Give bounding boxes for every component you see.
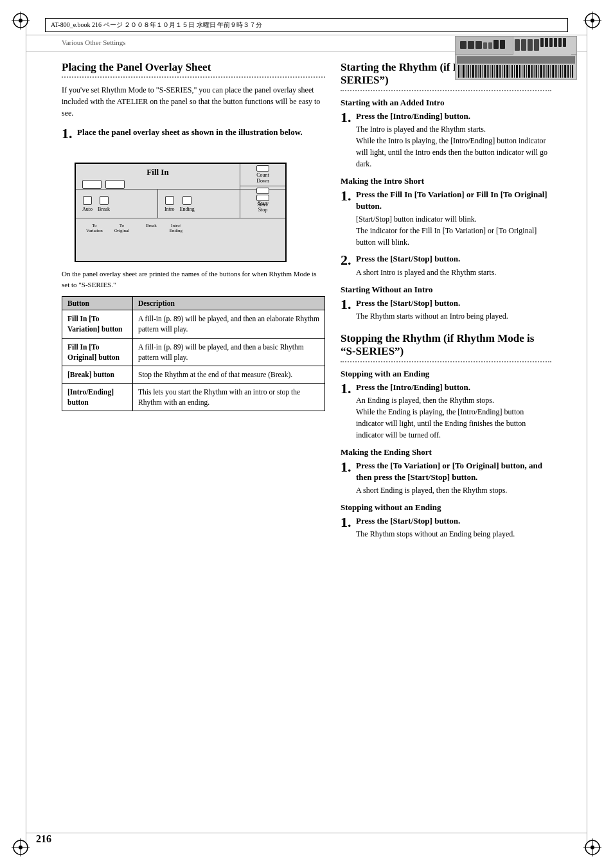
to-original-label: ToOriginal (114, 223, 129, 234)
svg-rect-69 (534, 65, 535, 78)
svg-rect-49 (484, 65, 486, 78)
left-intro: If you've set Rhythm Mode to "S-SERIES,"… (62, 84, 325, 119)
table-row: Fill In [To Variation] buttonA fill-in (… (62, 310, 325, 338)
svg-rect-72 (540, 65, 542, 78)
svg-rect-37 (457, 56, 575, 64)
svg-rect-51 (490, 65, 490, 78)
right-step-2-1-title: Press the Fill In [To Variation] or Fill… (356, 189, 551, 212)
right-step-5-1-body: A short Ending is played, then the Rhyth… (356, 484, 551, 496)
right-step-2-2-title: Press the [Start/Stop] button. (356, 253, 551, 265)
svg-rect-18 (468, 41, 474, 49)
svg-rect-48 (483, 65, 483, 78)
svg-rect-19 (475, 41, 482, 49)
intro-ending-label: Intro/Ending (170, 223, 182, 234)
right-step-3-1-title: Press the [Start/Stop] button. (356, 297, 551, 309)
svg-rect-56 (502, 65, 502, 78)
svg-rect-83 (567, 65, 569, 78)
strip-left (456, 37, 513, 54)
svg-rect-76 (550, 65, 551, 78)
svg-rect-80 (560, 65, 561, 78)
right-step-5-1-title: Press the [To Variation] or [To Original… (356, 460, 551, 483)
break-label: Break (146, 223, 157, 234)
count-down-label: CountDown (256, 173, 269, 184)
svg-rect-27 (528, 39, 533, 51)
step-1-title: Place the panel overlay sheet as shown i… (77, 127, 325, 138)
svg-rect-46 (478, 65, 479, 78)
svg-rect-29 (540, 38, 544, 47)
sub-heading-3: Starting Without an Intro (341, 285, 551, 295)
table-cell-desc-0: A fill-in (p. 89) will be played, and th… (133, 310, 325, 338)
svg-rect-66 (526, 65, 527, 78)
svg-rect-34 (563, 38, 566, 47)
step-1: 1. Place the panel overlay sheet as show… (62, 127, 325, 141)
svg-rect-41 (466, 65, 466, 78)
svg-rect-42 (468, 65, 469, 78)
svg-rect-75 (547, 65, 549, 78)
svg-rect-31 (549, 38, 553, 47)
intro-label: Intro (164, 206, 175, 212)
svg-rect-47 (480, 65, 481, 78)
svg-rect-71 (538, 65, 539, 78)
to-variation-label: ToVariation (86, 223, 103, 234)
strip-right (513, 37, 576, 54)
svg-rect-85 (572, 65, 573, 78)
svg-rect-73 (544, 65, 545, 78)
svg-rect-32 (554, 38, 557, 47)
right-step-2-2: 2. Press the [Start/Stop] button. A shor… (341, 253, 551, 278)
svg-rect-77 (552, 65, 554, 78)
svg-rect-39 (461, 65, 461, 78)
fill-in-label: Fill In (76, 164, 240, 177)
svg-rect-38 (458, 65, 459, 78)
table-cell-button-1: Fill In [To Original] button (62, 338, 133, 366)
sub-heading-5: Making the Ending Short (341, 447, 551, 457)
svg-rect-60 (511, 65, 513, 78)
svg-rect-74 (546, 65, 547, 78)
svg-rect-52 (492, 65, 493, 78)
svg-rect-70 (536, 65, 537, 78)
svg-rect-44 (472, 65, 474, 78)
svg-rect-40 (463, 65, 465, 78)
svg-rect-65 (524, 65, 525, 78)
sub-heading-1: Starting with an Added Intro (341, 98, 551, 108)
right-step-5-1: 1. Press the [To Variation] or [To Origi… (341, 460, 551, 496)
right-step-5-1-num: 1. (341, 460, 352, 496)
sub-heading-4: Stopping with an Ending (341, 369, 551, 379)
table-cell-desc-3: This lets you start the Rhythm with an i… (133, 383, 325, 411)
right-step-6-1-num: 1. (341, 515, 352, 540)
svg-rect-28 (534, 39, 539, 51)
svg-rect-67 (528, 65, 530, 78)
table-row: [Intro/Ending] buttonThis lets you start… (62, 383, 325, 411)
right-step-1-1-num: 1. (341, 111, 352, 170)
svg-rect-26 (521, 39, 526, 51)
svg-rect-59 (510, 65, 510, 78)
right-step-6-1-body: The Rhythm stops without an Ending being… (356, 528, 551, 540)
svg-rect-45 (475, 65, 477, 78)
table-row: Fill In [To Original] buttonA fill-in (p… (62, 338, 325, 366)
step-1-number: 1. (62, 127, 73, 141)
table-col2-header: Description (133, 297, 325, 310)
left-column: Placing the Panel Overlay Sheet If you'v… (62, 61, 325, 545)
break-btn-label: Break (98, 206, 110, 212)
keyboard-image (455, 36, 577, 80)
table-cell-button-0: Fill In [To Variation] button (62, 310, 133, 338)
svg-rect-79 (558, 65, 558, 78)
right-step-4-1: 1. Press the [Intro/Ending] button. An E… (341, 382, 551, 441)
svg-rect-23 (500, 40, 505, 49)
right-step-2-2-body: A short Intro is played and the Rhythm s… (356, 267, 551, 278)
svg-rect-84 (570, 65, 571, 78)
svg-rect-53 (494, 65, 495, 78)
panel-illustration: Fill In CountDown (62, 150, 306, 262)
right-step-2-1: 1. Press the Fill In [To Variation] or F… (341, 189, 551, 248)
right-step-4-1-title: Press the [Intro/Ending] button. (356, 382, 551, 393)
panel-caption: On the panel overlay sheet are printed t… (62, 269, 325, 290)
button-table: Button Description Fill In [To Variation… (62, 296, 325, 411)
right-step-6-1: 1. Press the [Start/Stop] button. The Rh… (341, 515, 551, 540)
svg-rect-81 (562, 65, 563, 78)
table-cell-button-3: [Intro/Ending] button (62, 383, 133, 411)
right-step-1-1-title: Press the [Intro/Ending] button. (356, 111, 551, 122)
sub-heading-6: Stopping without an Ending (341, 502, 551, 513)
table-cell-desc-2: Stop the Rhythm at the end of that measu… (133, 366, 325, 383)
right-step-3-1-body: The Rhythm starts without an Intro being… (356, 310, 551, 322)
ending-label: Ending (180, 206, 195, 212)
start-stop-label: Start/Stop (257, 202, 268, 214)
